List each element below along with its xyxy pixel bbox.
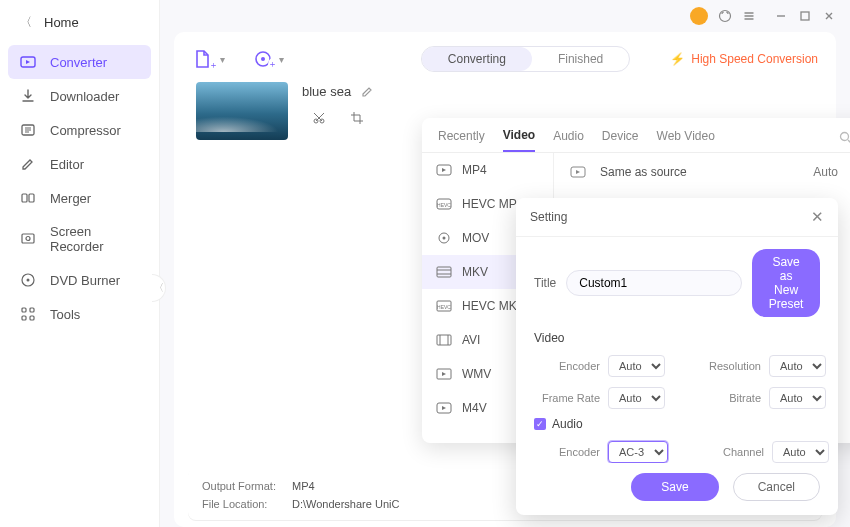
format-label: MP4	[462, 163, 487, 177]
high-speed-label: High Speed Conversion	[691, 52, 818, 66]
support-icon[interactable]	[718, 9, 732, 23]
format-search[interactable]: Search	[839, 130, 850, 150]
format-icon	[436, 231, 452, 245]
high-speed-toggle[interactable]: ⚡ High Speed Conversion	[670, 52, 818, 66]
sidebar-item-label: Downloader	[50, 89, 119, 104]
status-tabs: Converting Finished	[421, 46, 630, 72]
chevron-down-icon[interactable]: ▾	[279, 54, 284, 65]
edit-title-icon[interactable]	[361, 85, 374, 98]
format-icon: HEVC	[436, 197, 452, 211]
converter-icon	[20, 54, 36, 70]
svg-rect-2	[22, 194, 27, 202]
save-button[interactable]: Save	[631, 473, 718, 501]
preset-play-icon	[570, 165, 586, 179]
bolt-icon: ⚡	[670, 52, 685, 66]
tab-audio[interactable]: Audio	[553, 129, 584, 151]
crop-icon[interactable]	[348, 109, 366, 127]
sidebar-item-tools[interactable]: Tools	[0, 297, 159, 331]
framerate-label: Frame Rate	[534, 392, 600, 404]
audio-checkbox[interactable]: ✓	[534, 418, 546, 430]
format-label: AVI	[462, 333, 480, 347]
compressor-icon	[20, 122, 36, 138]
merger-icon	[20, 190, 36, 206]
format-icon	[436, 333, 452, 347]
svg-point-23	[443, 237, 446, 240]
save-preset-button[interactable]: Save as New Preset	[752, 249, 820, 317]
output-format-value[interactable]: MP4	[292, 480, 315, 492]
format-label: WMV	[462, 367, 491, 381]
add-file-button[interactable]: ＋	[192, 48, 214, 70]
svg-point-5	[26, 237, 30, 241]
tab-finished[interactable]: Finished	[532, 47, 629, 71]
channel-select[interactable]: Auto	[772, 441, 829, 463]
media-controls	[302, 99, 374, 127]
tab-webvideo[interactable]: Web Video	[657, 129, 715, 151]
minimize-icon[interactable]	[774, 9, 788, 23]
preset-row[interactable]: Same as source Auto	[570, 165, 850, 179]
maximize-icon[interactable]	[798, 9, 812, 23]
home-nav[interactable]: 〈 Home	[0, 14, 159, 45]
resolution-select[interactable]: Auto	[769, 355, 826, 377]
chevron-down-icon[interactable]: ▾	[220, 54, 225, 65]
format-mp4[interactable]: MP4	[422, 153, 553, 187]
media-thumbnail[interactable]	[196, 82, 288, 140]
sidebar-item-downloader[interactable]: Downloader	[0, 79, 159, 113]
menu-icon[interactable]	[742, 9, 756, 23]
sidebar-item-compressor[interactable]: Compressor	[0, 113, 159, 147]
chevron-left-icon: 〈	[20, 14, 32, 31]
title-input[interactable]	[566, 270, 742, 296]
setting-title: Setting	[530, 210, 567, 224]
toolbar: ＋ ▾ ＋ ▾ Converting Finished ⚡ High Speed…	[174, 32, 836, 82]
audio-section-header: ✓Audio	[534, 417, 820, 431]
svg-point-12	[720, 11, 731, 22]
sidebar-item-label: DVD Burner	[50, 273, 120, 288]
output-format-label: Output Format:	[202, 480, 284, 492]
tab-video[interactable]: Video	[503, 128, 535, 152]
tab-recently[interactable]: Recently	[438, 129, 485, 151]
format-icon: HEVC	[436, 299, 452, 313]
title-field-label: Title	[534, 276, 556, 290]
tab-converting[interactable]: Converting	[422, 47, 532, 71]
tab-device[interactable]: Device	[602, 129, 639, 151]
format-icon	[436, 163, 452, 177]
svg-rect-10	[22, 316, 26, 320]
sidebar-item-editor[interactable]: Editor	[0, 147, 159, 181]
svg-rect-27	[437, 335, 451, 345]
add-dvd-button[interactable]: ＋	[253, 49, 273, 69]
audio-encoder-select[interactable]: AC-3	[608, 441, 668, 463]
download-icon	[20, 88, 36, 104]
format-icon	[436, 265, 452, 279]
sidebar-item-label: Editor	[50, 157, 84, 172]
video-section-header: Video	[534, 331, 820, 345]
svg-rect-3	[29, 194, 34, 202]
encoder-label: Encoder	[534, 446, 600, 458]
media-title: blue sea	[302, 84, 351, 99]
titlebar	[160, 0, 850, 32]
sidebar-item-label: Merger	[50, 191, 91, 206]
svg-point-7	[27, 279, 30, 282]
sidebar-item-merger[interactable]: Merger	[0, 181, 159, 215]
cancel-button[interactable]: Cancel	[733, 473, 820, 501]
sidebar-item-dvdburner[interactable]: DVD Burner	[0, 263, 159, 297]
svg-rect-8	[22, 308, 26, 312]
format-icon	[436, 367, 452, 381]
video-bitrate-select[interactable]: Auto	[769, 387, 826, 409]
channel-label: Channel	[698, 446, 764, 458]
framerate-select[interactable]: Auto	[608, 387, 665, 409]
tools-icon	[20, 306, 36, 322]
video-encoder-select[interactable]: Auto	[608, 355, 665, 377]
format-label: M4V	[462, 401, 487, 415]
close-icon[interactable]	[822, 9, 836, 23]
preset-label: Same as source	[600, 165, 687, 179]
avatar-icon[interactable]	[690, 7, 708, 25]
file-location-label: File Location:	[202, 498, 284, 510]
sidebar-item-screenrecorder[interactable]: Screen Recorder	[0, 215, 159, 263]
trim-icon[interactable]	[310, 109, 328, 127]
close-icon[interactable]: ✕	[811, 208, 824, 226]
setting-panel: Setting ✕ Title Save as New Preset Video…	[516, 198, 838, 515]
svg-text:HEVC: HEVC	[437, 304, 451, 310]
bitrate-label: Bitrate	[695, 392, 761, 404]
home-label: Home	[44, 15, 79, 30]
sidebar-item-converter[interactable]: Converter	[8, 45, 151, 79]
file-location-value[interactable]: D:\Wondershare UniC	[292, 498, 399, 510]
